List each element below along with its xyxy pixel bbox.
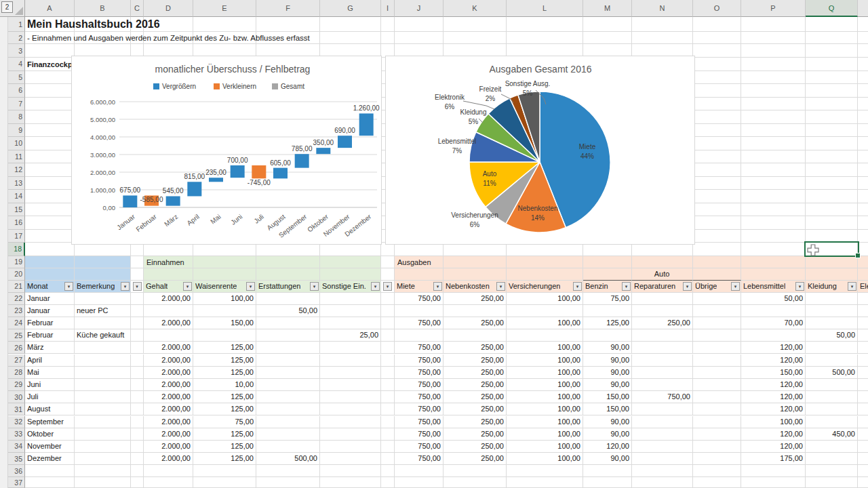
cell-M28[interactable]: 90,00 <box>583 367 632 379</box>
cell-L33[interactable]: 100,00 <box>507 428 583 441</box>
cell-D22[interactable]: 2.000,00 <box>144 293 193 305</box>
cell-P18[interactable] <box>741 243 806 256</box>
cell-P30[interactable]: 120,00 <box>741 391 806 403</box>
cell-M22[interactable]: 75,00 <box>583 293 632 305</box>
cell-E19[interactable] <box>193 256 256 268</box>
cell-D27[interactable]: 2.000,00 <box>144 354 193 367</box>
cell-O29[interactable] <box>693 379 741 391</box>
cell-P33[interactable]: 120,00 <box>741 428 806 441</box>
cell-G19[interactable] <box>320 256 381 268</box>
col-header-N[interactable]: N <box>632 0 693 17</box>
cell-R9[interactable] <box>858 124 868 138</box>
cell-Q3[interactable] <box>806 44 858 58</box>
cell-M21[interactable]: Benzin▾ <box>583 281 632 293</box>
cell-M27[interactable]: 90,00 <box>583 354 632 367</box>
cell-B31[interactable] <box>75 403 131 415</box>
cell-R15[interactable] <box>858 203 868 217</box>
cell-L34[interactable]: 100,00 <box>507 441 583 453</box>
cell-G26[interactable] <box>320 342 381 354</box>
cell-J31[interactable]: 750,00 <box>395 403 443 415</box>
cell-F36[interactable] <box>256 465 320 477</box>
cell-P2[interactable] <box>741 32 806 44</box>
cell-N27[interactable] <box>632 354 693 367</box>
cell-B20[interactable] <box>75 268 131 281</box>
col-header-K[interactable]: K <box>443 0 507 17</box>
cell-P9[interactable] <box>741 124 806 138</box>
cell-Q15[interactable] <box>806 203 858 217</box>
cell-N35[interactable] <box>632 453 693 465</box>
col-header-C[interactable]: C <box>131 0 144 17</box>
cell-K26[interactable]: 250,00 <box>443 342 507 354</box>
cell-E29[interactable]: 10,00 <box>193 379 256 391</box>
cell-K33[interactable]: 250,00 <box>443 428 507 441</box>
cell-Q31[interactable] <box>806 403 858 415</box>
cell-K2[interactable] <box>443 32 507 44</box>
cell-Q5[interactable] <box>806 71 858 85</box>
cell-G27[interactable] <box>320 354 381 367</box>
cell-R36[interactable] <box>858 465 868 477</box>
cell-J20[interactable] <box>395 268 443 281</box>
row-header-29[interactable]: 29 <box>8 379 25 391</box>
cell-R24[interactable] <box>858 317 868 329</box>
cell-I20[interactable] <box>381 268 395 281</box>
row-header-3[interactable]: 3 <box>8 44 25 58</box>
cell-O37[interactable] <box>693 477 741 488</box>
cell-C31[interactable] <box>131 403 144 415</box>
row-header-12[interactable]: 12 <box>8 163 25 177</box>
cell-P3[interactable] <box>741 44 806 58</box>
cell-A34[interactable]: November <box>25 441 75 453</box>
cell-M19[interactable] <box>583 256 632 268</box>
filter-button-E[interactable]: ▾ <box>246 282 255 291</box>
cell-L36[interactable] <box>507 465 583 477</box>
cell-J35[interactable]: 750,00 <box>395 453 443 465</box>
cell-C32[interactable] <box>131 416 144 428</box>
cell-J33[interactable]: 750,00 <box>395 428 443 441</box>
cell-I35[interactable] <box>381 453 395 465</box>
col-header-A[interactable]: A <box>25 0 75 17</box>
row-header-26[interactable]: 26 <box>8 342 25 354</box>
cell-O15[interactable] <box>693 203 741 217</box>
cell-C20[interactable] <box>131 268 144 281</box>
cell-Q6[interactable] <box>806 84 858 98</box>
cell-K31[interactable]: 250,00 <box>443 403 507 415</box>
filter-button-M[interactable]: ▾ <box>622 282 631 291</box>
cell-Q30[interactable] <box>806 391 858 403</box>
cell-N1[interactable] <box>632 17 693 32</box>
cell-R21[interactable]: Ele <box>858 281 868 293</box>
cell-I2[interactable] <box>381 32 395 44</box>
cell-D23[interactable] <box>144 305 193 317</box>
cell-G25[interactable]: 25,00 <box>320 329 381 342</box>
cell-M24[interactable]: 125,00 <box>583 317 632 329</box>
cell-C21[interactable]: ▾ <box>131 281 144 293</box>
cell-L30[interactable]: 100,00 <box>507 391 583 403</box>
cell-E27[interactable]: 125,00 <box>193 354 256 367</box>
cell-Q4[interactable] <box>806 58 858 71</box>
cell-P29[interactable]: 120,00 <box>741 379 806 391</box>
cell-E37[interactable] <box>193 477 256 488</box>
col-header-B[interactable]: B <box>75 0 131 17</box>
cell-M30[interactable]: 150,00 <box>583 391 632 403</box>
row-header-8[interactable]: 8 <box>8 110 25 124</box>
row-header-31[interactable]: 31 <box>8 403 25 415</box>
cell-L37[interactable] <box>507 477 583 488</box>
cell-K23[interactable] <box>443 305 507 317</box>
cell-C24[interactable] <box>131 317 144 329</box>
cell-O2[interactable] <box>693 32 741 44</box>
cell-E20[interactable] <box>193 268 256 281</box>
cell-F37[interactable] <box>256 477 320 488</box>
cell-J21[interactable]: Miete▾ <box>395 281 443 293</box>
row-header-30[interactable]: 30 <box>8 391 25 403</box>
row-header-5[interactable]: 5 <box>8 71 25 85</box>
row-header-13[interactable]: 13 <box>8 177 25 190</box>
cell-R1[interactable] <box>858 17 868 32</box>
cell-R25[interactable] <box>858 329 868 342</box>
row-header-34[interactable]: 34 <box>8 441 25 453</box>
row-header-6[interactable]: 6 <box>8 84 25 98</box>
row-header-32[interactable]: 32 <box>8 416 25 428</box>
cell-O35[interactable] <box>693 453 741 465</box>
row-header-1[interactable]: 1 <box>8 17 25 32</box>
col-header-L[interactable]: L <box>507 0 583 17</box>
cell-Q37[interactable] <box>806 477 858 488</box>
cell-K30[interactable]: 250,00 <box>443 391 507 403</box>
cell-O31[interactable] <box>693 403 741 415</box>
